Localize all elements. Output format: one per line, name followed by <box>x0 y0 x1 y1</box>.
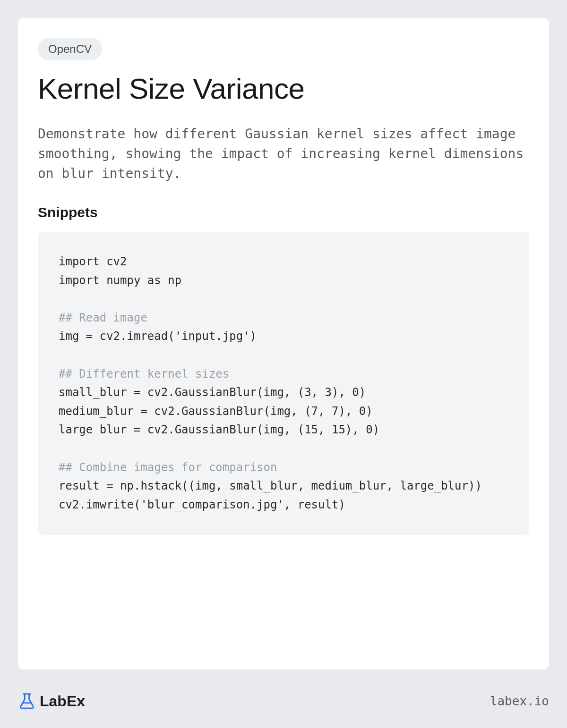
code-line: medium_blur = cv2.GaussianBlur(img, (7, … <box>59 405 373 418</box>
code-line: import numpy as np <box>59 274 181 287</box>
code-line: large_blur = cv2.GaussianBlur(img, (15, … <box>59 423 379 436</box>
code-line: small_blur = cv2.GaussianBlur(img, (3, 3… <box>59 386 366 399</box>
category-tag: OpenCV <box>38 38 102 60</box>
code-comment: ## Read image <box>59 311 147 324</box>
page-title: Kernel Size Variance <box>38 72 529 105</box>
footer-url: labex.io <box>490 694 549 708</box>
code-line: result = np.hstack((img, small_blur, med… <box>59 479 482 492</box>
footer: LabEx labex.io <box>18 692 549 710</box>
description-text: Demonstrate how different Gaussian kerne… <box>38 124 529 184</box>
code-line: import cv2 <box>59 255 127 268</box>
code-comment: ## Different kernel sizes <box>59 367 229 381</box>
code-comment: ## Combine images for comparison <box>59 461 277 474</box>
content-card: OpenCV Kernel Size Variance Demonstrate … <box>18 18 549 669</box>
logo-text: LabEx <box>40 693 85 710</box>
code-snippet: import cv2 import numpy as np ## Read im… <box>38 232 529 535</box>
flask-icon <box>18 692 36 710</box>
snippets-heading: Snippets <box>38 204 529 220</box>
code-line: cv2.imwrite('blur_comparison.jpg', resul… <box>59 498 345 511</box>
code-line: img = cv2.imread('input.jpg') <box>59 330 257 343</box>
logo: LabEx <box>18 692 85 710</box>
